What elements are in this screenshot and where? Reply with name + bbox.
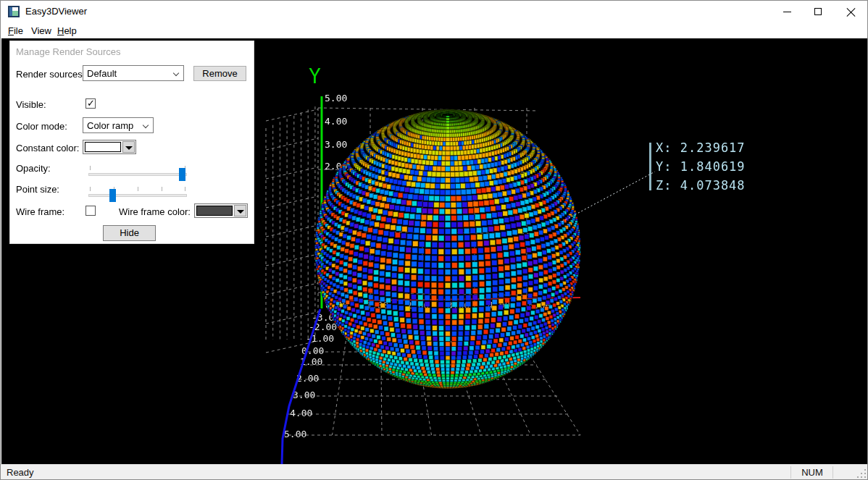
color-mode-label: Color mode: xyxy=(16,121,67,132)
wire-frame-label: Wire frame: xyxy=(16,206,64,217)
color-swatch xyxy=(196,206,233,216)
constant-color-picker[interactable] xyxy=(83,140,136,154)
panel-title: Manage Render Sources xyxy=(16,46,121,57)
status-separator xyxy=(832,466,833,479)
y-axis-label: Y xyxy=(309,64,321,88)
label-z-value: Z: 4.073848 xyxy=(656,178,746,193)
opacity-label: Opacity: xyxy=(16,163,51,174)
manage-render-sources-panel: Manage Render Sources Render sources: De… xyxy=(9,41,254,244)
close-icon xyxy=(846,7,855,16)
visible-checkbox[interactable] xyxy=(85,98,96,109)
menu-bar: File View Help xyxy=(1,22,867,38)
menu-file[interactable]: File xyxy=(4,24,28,38)
opacity-slider-thumb[interactable] xyxy=(179,168,185,181)
opacity-slider-track[interactable] xyxy=(88,173,187,176)
menu-help[interactable]: Help xyxy=(53,24,81,38)
constant-color-label: Constant color: xyxy=(16,143,79,153)
render-sources-label: Render sources: xyxy=(16,69,85,80)
chevron-down-icon xyxy=(173,70,179,76)
minimize-icon xyxy=(783,12,791,12)
num-lock-indicator: NUM xyxy=(793,467,832,478)
app-window: Easy3DViewer File View Help Y X: 2.23961… xyxy=(0,0,868,480)
label-x-value: X: 2.239617 xyxy=(656,140,746,155)
maximize-icon xyxy=(814,8,822,15)
window-title: Easy3DViewer xyxy=(25,6,87,17)
title-bar: Easy3DViewer xyxy=(1,1,867,22)
menu-view[interactable]: View xyxy=(27,24,56,38)
wire-frame-color-label: Wire frame color: xyxy=(119,206,191,217)
maximize-button[interactable] xyxy=(802,1,835,22)
render-sources-select[interactable]: Default xyxy=(83,65,184,81)
point-size-slider-thumb[interactable] xyxy=(109,189,116,202)
chevron-down-icon xyxy=(143,122,149,128)
status-separator xyxy=(790,466,791,479)
label-y-value: Y: 1.840619 xyxy=(656,159,746,174)
wire-frame-checkbox[interactable] xyxy=(85,206,96,216)
color-swatch xyxy=(85,142,121,152)
remove-button[interactable]: Remove xyxy=(193,66,246,81)
resize-grip-icon[interactable] xyxy=(856,468,866,478)
point-size-label: Point size: xyxy=(16,184,59,195)
label-bar xyxy=(649,143,651,190)
wire-frame-color-picker[interactable] xyxy=(194,203,248,218)
dropdown-arrow-icon[interactable] xyxy=(234,205,246,216)
hide-button[interactable]: Hide xyxy=(103,225,156,241)
status-bar: Ready NUM xyxy=(1,464,867,479)
visible-label: Visible: xyxy=(16,99,46,110)
color-mode-select[interactable]: Color ramp xyxy=(83,117,154,133)
close-button[interactable] xyxy=(834,1,867,22)
status-text: Ready xyxy=(7,467,34,478)
minimize-button[interactable] xyxy=(771,1,804,22)
point-size-slider-track[interactable] xyxy=(88,194,187,197)
app-icon xyxy=(8,6,20,17)
dropdown-arrow-icon[interactable] xyxy=(122,141,135,153)
